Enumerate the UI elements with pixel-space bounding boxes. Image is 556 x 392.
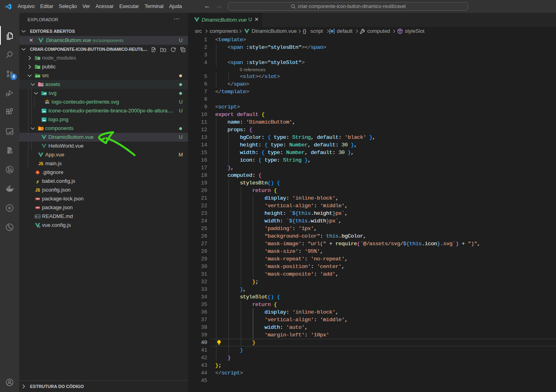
svg-text:</>: </> [36, 75, 40, 78]
svg-text:JS: JS [35, 188, 40, 192]
svg-text:β: β [36, 180, 39, 184]
svg-text:SVG: SVG [45, 102, 49, 104]
svg-text:C+: C+ [8, 148, 11, 151]
svg-text:JS: JS [38, 162, 44, 166]
